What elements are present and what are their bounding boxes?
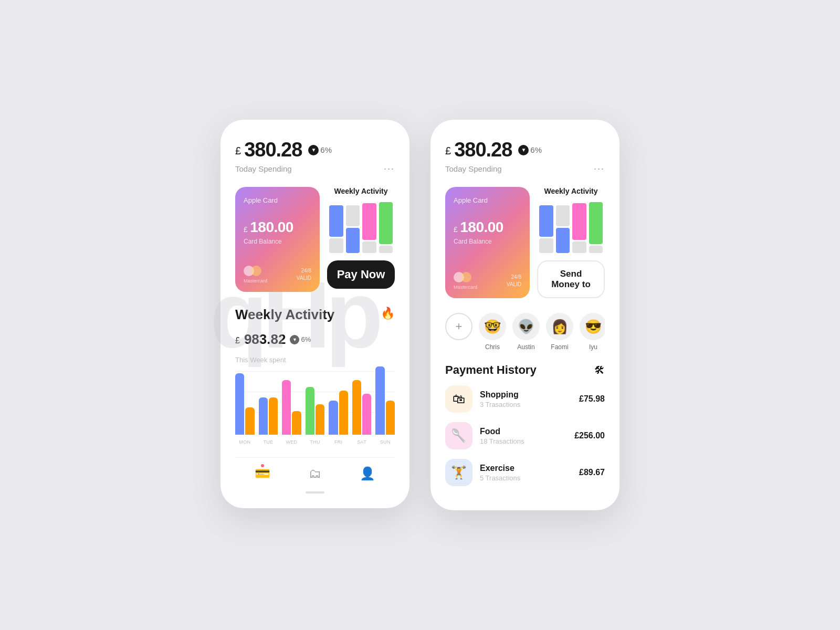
right-send-money-btn[interactable]: Send Money to	[537, 260, 605, 298]
contact-faomi-avatar: 👩	[546, 313, 573, 340]
bar-day-6: SUN	[380, 439, 391, 445]
right-card-balance-row: £ 180.00	[454, 219, 521, 236]
left-card-footer: Mastercard 24/8 VALID	[244, 266, 311, 284]
left-mastercard-icon: Mastercard	[244, 266, 267, 284]
bar-pair-0	[235, 373, 255, 435]
bar-pair-2	[282, 380, 301, 435]
left-card-date: 24/8	[297, 267, 311, 275]
right-mini-bar-2	[556, 205, 570, 253]
bar-day-1: TUE	[263, 439, 273, 445]
right-card-label: Apple Card	[454, 196, 521, 204]
right-header-bottom: Today Spending ···	[445, 163, 605, 174]
right-phone: £ 380.28 ▼ 6% Today Spending ··· Apple C…	[430, 120, 620, 510]
contact-austin-name: Austin	[517, 343, 534, 351]
mini-bar-2-top	[346, 205, 360, 226]
left-change-badge: ▼ 6%	[308, 145, 332, 155]
mini-bar-1-top	[329, 205, 343, 237]
left-nav-grid[interactable]: 🗂	[309, 466, 321, 481]
contact-austin-avatar: 👽	[512, 313, 540, 340]
right-send-money-section: + 🤓 Chris 👽 Austin 👩 Faomi 😎 Iyu	[445, 313, 605, 351]
bar-pair-6	[375, 366, 395, 435]
right-dots-menu[interactable]: ···	[594, 163, 605, 174]
payment-food[interactable]: 🥄 Food 18 Trasactions £256.00	[445, 422, 605, 449]
right-mini-bar-4	[589, 202, 603, 253]
left-mc-right	[251, 266, 261, 276]
right-mini-bar-3-top	[572, 203, 586, 240]
right-payment-icon: 🛠	[594, 364, 605, 376]
right-down-icon: ▼	[518, 145, 529, 155]
mini-bar-1-bot	[329, 238, 343, 253]
right-payment-history: Payment History 🛠 🛍 Shopping 3 Trasactio…	[445, 363, 605, 486]
contact-austin[interactable]: 👽 Austin	[512, 313, 540, 351]
bar-4-secondary	[339, 391, 348, 435]
right-add-contact-btn[interactable]: +	[445, 313, 472, 340]
right-mc-text: Mastercard	[454, 285, 477, 290]
right-card-balance-label: Card Balance	[454, 238, 521, 245]
bar-1-primary	[259, 397, 268, 435]
right-card-date: 24/8	[507, 274, 521, 281]
mini-bar-3-top	[362, 203, 376, 240]
contact-chris[interactable]: 🤓 Chris	[479, 313, 506, 351]
left-cards-row: Apple Card £ 180.00 Card Balance Masterc…	[235, 187, 395, 292]
bar-day-0: MON	[239, 439, 250, 445]
payment-food-amount: £256.00	[574, 431, 605, 440]
payment-food-name: Food	[480, 427, 567, 436]
left-dots-menu[interactable]: ···	[384, 163, 395, 174]
bar-day-2: WED	[286, 439, 297, 445]
mini-bar-4-top	[379, 202, 393, 244]
bar-pair-1	[259, 397, 278, 435]
left-header: £ 380.28 ▼ 6% Today Spending ···	[235, 139, 395, 174]
payment-shopping-name: Shopping	[480, 390, 572, 400]
contact-faomi[interactable]: 👩 Faomi	[546, 313, 573, 351]
right-mini-bar-2-top	[556, 205, 570, 226]
left-currency-symbol: £	[235, 145, 241, 157]
left-fire-icon: 🔥	[381, 307, 395, 320]
bar-group-0: MON	[235, 371, 255, 445]
contact-iyu[interactable]: 😎 Iyu	[580, 313, 605, 351]
payment-food-info: Food 18 Trasactions	[480, 427, 567, 445]
contact-chris-name: Chris	[485, 343, 500, 351]
bar-1-secondary	[269, 397, 278, 435]
right-cards-row: Apple Card £ 180.00 Card Balance Masterc…	[445, 187, 605, 298]
left-today-label: Today Spending	[235, 164, 292, 173]
right-change-badge: ▼ 6%	[518, 145, 542, 155]
left-card-valid: 24/8 VALID	[297, 267, 311, 282]
right-mini-bar-1-bot	[539, 238, 553, 253]
left-bottom-nav: 💳 🗂 👤	[235, 457, 395, 481]
right-payment-title: Payment History	[445, 363, 537, 377]
bar-6-secondary	[386, 401, 395, 435]
mini-bar-3-bot	[362, 242, 376, 253]
bar-group-4: FRI	[329, 371, 348, 445]
payment-shopping[interactable]: 🛍 Shopping 3 Trasactions £75.98	[445, 385, 605, 413]
bar-5-primary	[352, 380, 361, 435]
left-nav-user[interactable]: 👤	[360, 466, 375, 481]
payment-exercise-info: Exercise 5 Trasactions	[480, 464, 572, 482]
right-mini-title: Weekly Activity	[537, 187, 605, 195]
mini-bar-4	[379, 202, 393, 253]
left-weekly-section: Weekly Activity 🔥 £ 983.82 ▼ 6% This Wee…	[235, 307, 395, 445]
bar-pair-3	[306, 387, 325, 435]
left-nav-card[interactable]: 💳	[255, 466, 270, 481]
left-apple-card: Apple Card £ 180.00 Card Balance Masterc…	[235, 187, 320, 292]
right-valid-label: VALID	[507, 281, 521, 288]
left-header-top: £ 380.28 ▼ 6%	[235, 139, 395, 161]
left-pay-now-btn[interactable]: Pay Now	[327, 260, 395, 289]
bar-4-primary	[329, 401, 338, 435]
bar-pair-5	[352, 380, 372, 435]
right-mastercard-icon: Mastercard	[454, 272, 477, 290]
left-bar-chart: MONTUEWEDTHUFRISATSUN	[235, 371, 395, 445]
bar-day-3: THU	[310, 439, 320, 445]
right-mc-right	[461, 272, 471, 282]
mini-bar-4-bot	[379, 246, 393, 253]
left-week-down-icon: ▼	[290, 335, 299, 344]
payment-exercise-amount: £89.67	[579, 468, 605, 477]
left-mini-bars	[327, 201, 395, 253]
left-card-amount: 180.00	[250, 219, 293, 235]
left-card-currency: £	[244, 225, 248, 234]
mini-bar-2	[346, 205, 360, 253]
right-mini-bars	[537, 201, 605, 253]
left-mc-text: Mastercard	[244, 278, 267, 284]
left-weekly-title: Weekly Activity	[235, 307, 334, 323]
payment-exercise[interactable]: 🏋 Exercise 5 Trasactions £89.67	[445, 459, 605, 486]
left-card-balance-label: Card Balance	[244, 238, 311, 245]
